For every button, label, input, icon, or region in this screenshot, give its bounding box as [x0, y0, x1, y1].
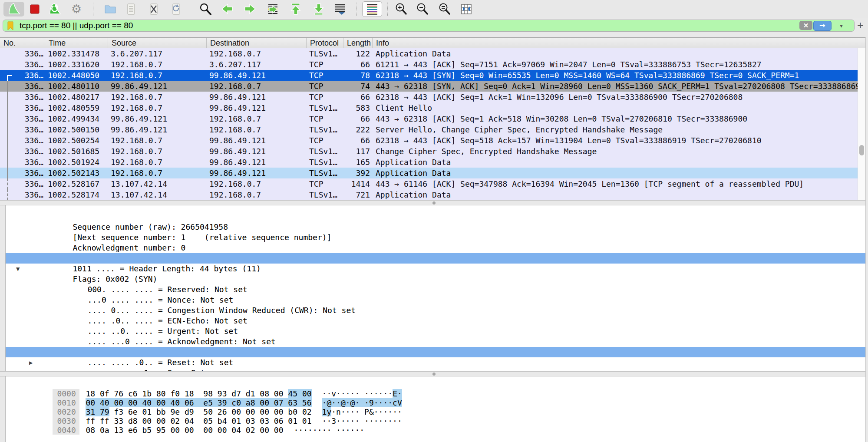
- detail-line[interactable]: Sequence number (raw): 2665041958: [6, 205, 866, 211]
- capture-stop-button[interactable]: [27, 2, 43, 16]
- column-header-destination[interactable]: Destination: [206, 38, 306, 48]
- detail-line[interactable]: .... 0... .... = Congestion Window Reduc…: [6, 284, 866, 295]
- detail-line[interactable]: .... .... ...0 = Fin: Not set: [6, 357, 866, 368]
- open-file-button[interactable]: [102, 2, 118, 16]
- packet-protocol: TCP: [309, 92, 323, 102]
- detail-line[interactable]: 1011 .... = Header Length: 44 bytes (11): [6, 243, 866, 253]
- packet-row[interactable]: 336… 1002.528174 13.107.42.14 192.168.0.…: [0, 189, 858, 200]
- detail-line[interactable]: ...0 .... .... = Nonce: Not set: [6, 274, 866, 284]
- column-header-time[interactable]: Time: [45, 38, 108, 48]
- filter-bookmark-icon[interactable]: [7, 21, 14, 30]
- zoom-reset-icon: [438, 2, 452, 16]
- packet-source: 99.86.49.121: [111, 113, 167, 124]
- detail-line[interactable]: .... .0.. .... = ECN-Echo: Not set: [6, 295, 866, 305]
- scrollbar-thumb[interactable]: [859, 145, 864, 155]
- go-back-button[interactable]: [219, 2, 235, 16]
- column-header-length[interactable]: Length: [343, 38, 372, 48]
- zoom-in-button[interactable]: [393, 2, 409, 16]
- arrow-right-icon: [243, 2, 257, 16]
- go-to-last-packet-button[interactable]: [311, 2, 327, 16]
- hex-bytes[interactable]: 08 0a 13 e6 b5 95 00 00 00 00 04 02 00 0…: [86, 426, 283, 435]
- detail-line[interactable]: .... ..0. .... = Urgent: Not set: [6, 305, 866, 316]
- hex-bytes[interactable]: 31 79 f3 6e 01 bb 9e d9 50 26 00 00 00 0…: [86, 407, 311, 416]
- packet-time: 1002.331620: [48, 59, 99, 70]
- packet-row[interactable]: 336… 1002.500150 99.86.49.121 192.168.0.…: [0, 124, 858, 135]
- packet-row[interactable]: 336… 1002.502143 192.168.0.7 99.86.49.12…: [0, 168, 858, 178]
- column-header-protocol[interactable]: Protocol: [306, 38, 343, 48]
- find-packet-button[interactable]: [198, 2, 213, 16]
- hex-row[interactable]: 000018 0f 76 c6 1b 80 f0 18 98 93 d7 d1 …: [6, 380, 866, 389]
- colorize-lines-icon: [366, 3, 379, 16]
- go-to-packet-button[interactable]: [265, 2, 281, 16]
- packet-row[interactable]: 336… 1002.480559 192.168.0.7 99.86.49.12…: [0, 102, 858, 113]
- detail-line[interactable]: ▼ Flags: 0x002 (SYN): [6, 253, 866, 264]
- hex-bytes[interactable]: ff ff 33 d8 00 00 02 04 05 b4 01 03 03 0…: [86, 416, 311, 426]
- detail-line[interactable]: Acknowledgment number: 0: [6, 222, 866, 232]
- zoom-out-button[interactable]: [415, 2, 430, 16]
- packet-time: 1002.501685: [48, 146, 99, 157]
- packet-row[interactable]: 336… 1002.331620 192.168.0.7 3.6.207.117…: [0, 59, 858, 70]
- reload-file-button[interactable]: [168, 2, 184, 16]
- filter-dropdown-caret-icon[interactable]: ▾: [840, 21, 843, 30]
- packet-info: Application Data: [376, 157, 858, 168]
- packet-row[interactable]: 336… 1002.528167 13.107.42.14 192.168.0.…: [0, 178, 858, 189]
- hex-ascii[interactable]: ··v····· ······E·: [322, 389, 402, 398]
- packet-row[interactable]: 336… 1002.480110 99.86.49.121 192.168.0.…: [0, 81, 858, 92]
- hex-ascii[interactable]: ··3····· ········: [322, 416, 402, 426]
- close-file-button[interactable]: [146, 2, 162, 16]
- packet-info: 62318 → 443 [ACK] Seq=518 Ack=157 Win=13…: [376, 135, 858, 146]
- packet-destination: 192.168.0.7: [209, 81, 261, 92]
- detail-line[interactable]: .... ...0 .... = Acknowledgment: Not set: [6, 316, 866, 326]
- detail-line[interactable]: .... .... 0... = Push: Not set: [6, 326, 866, 336]
- packet-row[interactable]: 336… 1002.448050 192.168.0.7 99.86.49.12…: [0, 70, 858, 81]
- detail-line[interactable]: .... .... .0.. = Reset: Not set: [6, 336, 866, 347]
- capture-start-button[interactable]: [3, 2, 24, 16]
- packet-row[interactable]: 336… 1002.331478 3.6.207.117 192.168.0.7…: [0, 48, 858, 59]
- column-header-info[interactable]: Info: [372, 38, 865, 48]
- detail-line[interactable]: 000. .... .... = Reserved: Not set: [6, 264, 866, 274]
- pane-splitter[interactable]: [0, 200, 868, 205]
- packet-row[interactable]: 336… 1002.500254 192.168.0.7 99.86.49.12…: [0, 135, 858, 146]
- packet-list-scrollbar[interactable]: [858, 48, 866, 201]
- hex-bytes[interactable]: 00 40 00 00 40 00 40 06 e5 39 c0 a8 00 0…: [86, 398, 311, 407]
- hex-offset: 0030: [53, 416, 79, 426]
- packet-time: 1002.528174: [48, 189, 99, 200]
- packet-info: Application Data: [376, 48, 858, 59]
- packet-info: 443 → 62318 [SYN, ACK] Seq=0 Ack=1 Win=2…: [376, 81, 858, 92]
- packet-protocol: TCP: [309, 113, 323, 124]
- packet-length: 222: [329, 124, 370, 135]
- packet-source: 3.6.207.117: [111, 48, 162, 59]
- filter-expression[interactable]: tcp.port == 80 || udp.port == 80: [20, 20, 133, 31]
- capture-restart-button[interactable]: [47, 2, 63, 16]
- resize-columns-button[interactable]: [459, 2, 474, 16]
- detail-line[interactable]: [Next sequence number: 1 (relative seque…: [6, 211, 866, 222]
- hex-ascii[interactable]: 1y·n···· P&······: [322, 407, 402, 416]
- go-to-first-packet-button[interactable]: [288, 2, 304, 16]
- go-forward-button[interactable]: [242, 2, 258, 16]
- packet-row[interactable]: 336… 1002.499434 99.86.49.121 192.168.0.…: [0, 113, 858, 124]
- save-file-button[interactable]: [123, 2, 139, 16]
- zoom-reset-button[interactable]: [437, 2, 452, 16]
- column-header-source[interactable]: Source: [108, 38, 206, 48]
- packet-row[interactable]: 336… 1002.501685 192.168.0.7 99.86.49.12…: [0, 146, 858, 157]
- hex-ascii[interactable]: ········ ······: [294, 426, 365, 435]
- auto-scroll-button[interactable]: [332, 2, 348, 16]
- hex-bytes[interactable]: 18 0f 76 c6 1b 80 f0 18 98 93 d7 d1 08 0…: [86, 389, 311, 398]
- capture-options-button[interactable]: ⚙: [69, 2, 84, 16]
- packet-length: 122: [329, 48, 370, 59]
- filter-add-button[interactable]: +: [857, 20, 864, 30]
- packet-time: 1002.480110: [48, 81, 99, 92]
- shark-fin-icon: [7, 2, 21, 16]
- filter-clear-button[interactable]: ✕: [799, 21, 812, 30]
- colorize-packets-button[interactable]: [362, 1, 382, 17]
- filter-apply-button[interactable]: ➞: [813, 21, 832, 31]
- hex-ascii[interactable]: ·@··@·@· ·9····cV: [322, 398, 402, 407]
- display-filter-input[interactable]: tcp.port == 80 || udp.port == 80 ✕ ➞ ▾: [3, 20, 855, 32]
- detail-line[interactable]: ▶ .... .... ..1. = Syn: Set: [6, 347, 866, 357]
- pane-splitter[interactable]: [0, 371, 868, 376]
- detail-line[interactable]: Acknowledgment number (raw): 0: [6, 232, 866, 243]
- packet-row[interactable]: 336… 1002.480217 192.168.0.7 99.86.49.12…: [0, 92, 858, 102]
- column-header-no[interactable]: No.: [0, 38, 45, 48]
- packet-row[interactable]: 336… 1002.501924 192.168.0.7 99.86.49.12…: [0, 157, 858, 168]
- packet-no: 336…: [0, 81, 43, 92]
